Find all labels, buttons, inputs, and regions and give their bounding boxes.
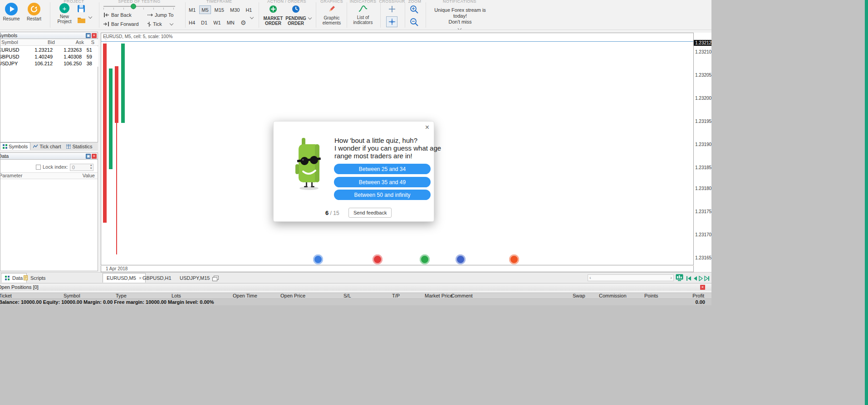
tab-statistics-label: Statistics [72, 144, 92, 149]
new-project-button[interactable]: + New Project [54, 3, 74, 24]
col-open-price: Open Price [280, 293, 305, 299]
skip-last-icon [704, 276, 710, 281]
col-tp: T/P [392, 293, 400, 299]
lock-index-spinner[interactable]: ▲ ▼ [70, 163, 93, 171]
open-positions-title: Open Positions [0] [0, 284, 39, 290]
open-positions-titlebar: Open Positions [0] × [0, 283, 711, 291]
spinner-up-icon[interactable]: ▲ [90, 164, 93, 166]
resume-button[interactable]: Resume [2, 3, 20, 21]
list-of-indicators-button[interactable]: List of indicators [349, 5, 377, 25]
open-project-button[interactable] [77, 16, 86, 25]
send-feedback-button[interactable]: Send feedback [348, 208, 392, 218]
timeframe-settings-gear-icon[interactable]: ⚙ [238, 18, 249, 27]
speed-slider[interactable] [103, 4, 175, 10]
panel-close-icon[interactable]: × [92, 154, 97, 159]
bar-back-icon [103, 13, 109, 17]
col-ticket: Ticket [0, 293, 12, 299]
timeframe-m1[interactable]: M1 [186, 5, 198, 14]
spinner-down-icon[interactable]: ▼ [90, 167, 93, 170]
tab-scrollbar[interactable]: ‹ › [588, 274, 674, 281]
symbols-panel-tabs: Symbols Tick chart Statistics [0, 142, 98, 151]
tab-scripts[interactable]: Scripts [20, 273, 49, 283]
tab-symbols[interactable]: Symbols [0, 142, 30, 150]
bar-forward-button[interactable]: Bar Forward [103, 21, 139, 27]
scroll-right-icon[interactable]: › [670, 275, 672, 280]
slider-thumb-icon[interactable] [131, 4, 136, 9]
save-project-button[interactable] [77, 5, 85, 15]
section-label-zoom: ZOOM [408, 0, 422, 4]
timeframe-m15[interactable]: M15 [212, 5, 226, 14]
quiz-progress: 6 / 15 [325, 210, 339, 216]
price-label: 1.23210 [695, 49, 711, 54]
crosshair-icon [388, 18, 396, 25]
symbols-table: Symbol Bid Ask S EURUSD 1.23212 1.23263 … [0, 39, 98, 142]
pending-order-label: PENDING ORDER [285, 16, 307, 26]
pending-order-button[interactable]: PENDING ORDER [285, 5, 307, 26]
jump-to-button[interactable]: Jump To [147, 12, 173, 18]
chart-tab-label: GBPUSD,H1 [142, 275, 172, 281]
symbol-row-eurusd[interactable]: EURUSD 1.23212 1.23263 51 [0, 46, 98, 53]
positions-close-icon[interactable]: × [700, 285, 705, 290]
market-order-button[interactable]: MARKET ORDER [262, 5, 284, 26]
tab-tick-chart[interactable]: Tick chart [30, 142, 64, 150]
quiz-option-50-infinity[interactable]: Between 50 and infinity [334, 190, 431, 200]
bar-back-button[interactable]: Bar Back [103, 12, 132, 18]
new-chart-window-button[interactable] [212, 275, 219, 283]
jump-to-icon [147, 13, 153, 17]
market-order-label: MARKET ORDER [262, 16, 284, 26]
section-label-orders: ACTION / ORDERS [267, 0, 306, 4]
timeframe-m5[interactable]: M5 [199, 5, 211, 14]
go-next-button[interactable] [699, 275, 703, 283]
chart-tab-gbpusd-h1[interactable]: GBPUSD,H1 [139, 273, 175, 283]
zoom-out-button[interactable] [410, 18, 419, 29]
data-header-row: Parameter Value [0, 172, 98, 179]
slider-ticks [103, 8, 175, 10]
go-first-button[interactable] [686, 275, 691, 283]
bottom-tabbar: Data Scripts EURUSD,M5 × GBPUSD,H1 USDJP… [0, 272, 711, 283]
crosshair-mode-button[interactable] [386, 16, 397, 27]
crosshair-plus-button[interactable] [388, 5, 396, 15]
timeframe-h4[interactable]: H4 [186, 18, 197, 27]
graphic-elements-button[interactable]: Graphic elements [319, 5, 344, 25]
quiz-option-25-34[interactable]: Between 25 and 34 [334, 164, 431, 174]
quiz-option-35-49[interactable]: Between 35 and 49 [334, 177, 431, 187]
dialog-close-icon[interactable]: × [425, 123, 429, 132]
scroll-left-icon[interactable]: ‹ [589, 275, 591, 280]
slider-track [103, 6, 175, 7]
panel-dock-icon[interactable]: ▣ [86, 154, 91, 159]
chart-tab-usdjpy-m15[interactable]: USDJPY,M15 [176, 273, 213, 283]
new-project-icon: + [59, 3, 69, 13]
col-market-price: Market Price [425, 293, 453, 299]
restart-label: Restart [25, 16, 43, 21]
timeframe-d1[interactable]: D1 [199, 18, 210, 27]
notifications-chevron[interactable] [458, 24, 461, 30]
tick-mode-button[interactable]: Tick [147, 21, 173, 27]
col-symbol: Symbol [0, 39, 27, 45]
orders-menu-chevron[interactable] [309, 13, 311, 21]
price-label: 1.23180 [695, 186, 711, 191]
go-prev-button[interactable] [693, 275, 697, 283]
panel-close-icon[interactable]: × [92, 33, 97, 38]
symbol-row-gbpusd[interactable]: GBPUSD 1.40249 1.40308 59 [0, 53, 98, 60]
timeframe-m30[interactable]: M30 [228, 5, 242, 14]
restart-button[interactable]: Restart [25, 3, 43, 21]
go-last-button[interactable] [704, 275, 710, 283]
col-swap: Swap [573, 293, 585, 299]
timeframe-mn[interactable]: MN [225, 18, 237, 27]
project-menu-chevron[interactable] [89, 12, 92, 20]
chevron-down-icon [308, 16, 312, 20]
current-price-tag: 1.23212 [694, 40, 711, 46]
symbol-row-usdjpy[interactable]: USDJPY 106.212 106.250 38 [0, 60, 98, 67]
tab-statistics[interactable]: Statistics [64, 142, 95, 150]
timeframe-w1[interactable]: W1 [211, 18, 223, 27]
lock-index-checkbox[interactable] [36, 165, 41, 170]
zoom-in-button[interactable] [410, 5, 419, 16]
graphic-elements-label: Graphic elements [319, 15, 344, 25]
chart-view-button[interactable] [676, 274, 683, 283]
bid-value: 106.212 [25, 61, 54, 66]
price-label: 1.23200 [695, 96, 711, 101]
notification-banner[interactable]: Unique Forex stream is today! Don't miss [428, 7, 492, 25]
panel-dock-icon[interactable]: ▣ [86, 33, 91, 38]
section-label-timeframe: TIMEFRAME [206, 0, 232, 4]
timeframe-menu-chevron[interactable] [250, 12, 253, 20]
